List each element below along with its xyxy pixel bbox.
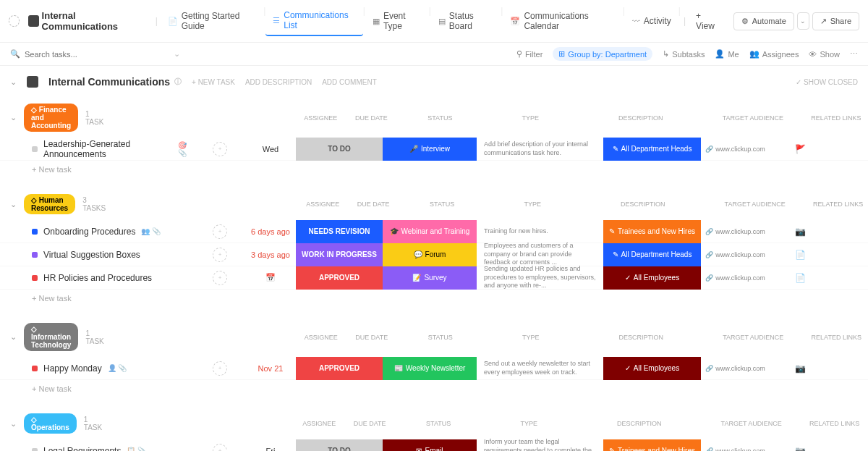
task-row[interactable]: HR Policies and Procedures+📅APPROVED📝Sur… — [0, 266, 868, 290]
task-name: Legal Requirements — [43, 446, 121, 452]
task-row[interactable]: Happy Monday👤 📎+Nov 21APPROVED📰Weekly Ne… — [0, 357, 868, 380]
new-task-inline[interactable]: + New task — [0, 161, 868, 178]
new-task-inline[interactable]: + New task — [0, 380, 868, 397]
related-link[interactable]: 🔗www.clickup.com — [701, 251, 770, 258]
group-header[interactable]: ⌄◇ Operations1 TASKASSIGNEEDUE DATESTATU… — [0, 408, 868, 439]
assignee-icon[interactable]: + — [213, 271, 227, 285]
task-name: Leadership-Generated Announcements — [43, 139, 172, 159]
tab-communications-list[interactable]: ☰Communications List — [265, 6, 363, 36]
due-date: 📅 — [245, 273, 296, 282]
description: Inform your team the legal requirements … — [477, 438, 603, 451]
page-icon — [28, 15, 39, 27]
assignee-icon[interactable]: + — [213, 361, 227, 376]
related-link[interactable]: 🔗www.clickup.com — [701, 274, 770, 282]
group-header[interactable]: ⌄◇ Human Resources3 TASKSASSIGNEEDUE DAT… — [0, 188, 868, 220]
show-closed-button[interactable]: ✓ SHOW CLOSED — [796, 78, 858, 86]
task-row[interactable]: Leadership-Generated Announcements🎯 📎+We… — [0, 138, 868, 161]
tab-event-type[interactable]: ▦Event Type — [365, 6, 429, 36]
assignee-icon[interactable]: + — [213, 224, 227, 239]
status-cell[interactable]: NEEDS REVISION — [296, 220, 383, 243]
audience-cell[interactable]: ✎Trainees and New Hires — [603, 439, 701, 452]
type-cell[interactable]: ✉Email — [383, 439, 477, 452]
due-date: Wed — [245, 145, 296, 153]
show-button[interactable]: 👁 Show — [809, 50, 840, 59]
groupby-button[interactable]: ⊞ Group by: Department — [553, 47, 652, 61]
type-cell[interactable]: 💬Forum — [383, 243, 477, 266]
tab-getting-started-guide[interactable]: 📄Getting Started Guide — [161, 6, 263, 36]
type-cell[interactable]: 🎤Interview — [383, 138, 477, 161]
automate-chevron[interactable]: ⌄ — [797, 12, 809, 30]
related-link[interactable]: 🔗www.clickup.com — [701, 447, 770, 452]
related-file[interactable]: 📷 — [770, 363, 831, 374]
tab-communications-calendar[interactable]: 📅Communications Calendar — [503, 6, 622, 36]
related-link[interactable]: 🔗www.clickup.com — [701, 365, 770, 372]
due-date: Fri — [245, 447, 296, 452]
due-date: 3 days ago — [245, 250, 296, 259]
collapse-icon[interactable]: ⌄ — [10, 77, 17, 87]
top-bar: Internal Communications | 📄Getting Start… — [0, 0, 868, 43]
description: Add brief description of your internal c… — [477, 140, 603, 157]
list-title: Internal Communications — [48, 76, 170, 88]
add-comment-button[interactable]: ADD COMMENT — [322, 78, 377, 86]
type-cell[interactable]: 📰Weekly Newsletter — [383, 357, 477, 380]
search[interactable]: 🔍⌄ — [10, 49, 506, 59]
list-icon — [27, 76, 38, 88]
automate-button[interactable]: ⚙Automate — [733, 12, 794, 30]
type-cell[interactable]: 📝Survey — [383, 266, 477, 290]
status-cell[interactable]: APPROVED — [296, 357, 383, 380]
search-input[interactable] — [25, 50, 111, 59]
related-file[interactable]: 📷 — [770, 446, 831, 452]
task-row[interactable]: Legal Requirements📋 📎+FriTO DO✉EmailInfo… — [0, 439, 868, 451]
tab-activity[interactable]: 〰Activity — [625, 6, 678, 36]
description: Training for new hires. — [477, 227, 603, 236]
task-row[interactable]: Virtual Suggestion Boxes+3 days agoWORK … — [0, 243, 868, 266]
audience-cell[interactable]: ✎All Department Heads — [603, 138, 701, 161]
status-cell[interactable]: TO DO — [296, 439, 383, 452]
task-name: Onboarding Procedures — [43, 227, 135, 237]
me-button[interactable]: 👤 Me — [715, 49, 739, 59]
related-link[interactable]: 🔗www.clickup.com — [701, 228, 770, 235]
task-name: HR Policies and Procedures — [43, 273, 152, 283]
description: Send out a weekly newsletter to start ev… — [477, 360, 603, 376]
task-row[interactable]: Onboarding Procedures👥 📎+6 days agoNEEDS… — [0, 220, 868, 243]
assignees-button[interactable]: 👥 Assignees — [749, 49, 799, 59]
audience-cell[interactable]: ✎All Department Heads — [603, 243, 701, 266]
subtasks-button[interactable]: ↳ Subtasks — [663, 49, 705, 59]
related-file[interactable]: 📷 — [770, 227, 831, 237]
related-file[interactable]: 📄 — [770, 273, 831, 283]
toolbar: 🔍⌄ ⚲ Filter ⊞ Group by: Department ↳ Sub… — [0, 43, 868, 66]
filter-button[interactable]: ⚲ Filter — [516, 49, 542, 59]
related-file[interactable]: 🚩 — [770, 144, 831, 154]
audience-cell[interactable]: ✓All Employees — [603, 357, 701, 380]
assignee-icon[interactable]: + — [213, 248, 227, 262]
audience-cell[interactable]: ✓All Employees — [603, 266, 701, 290]
group-header[interactable]: ⌄◇ Information Technology1 TASKASSIGNEED… — [0, 317, 868, 357]
related-link[interactable]: 🔗www.clickup.com — [701, 146, 770, 153]
share-button[interactable]: ↗Share — [812, 12, 859, 30]
tab-status-board[interactable]: ▤Status Board — [431, 6, 501, 36]
description: Sending updated HR policies and procedur… — [477, 265, 603, 290]
audience-cell[interactable]: ✎Trainees and New Hires — [603, 220, 701, 243]
description: Employees and customers of a company or … — [477, 242, 603, 267]
add-view[interactable]: + View — [689, 7, 728, 35]
related-file[interactable]: 📄 — [770, 250, 831, 260]
task-name: Happy Monday — [43, 363, 102, 374]
task-name: Virtual Suggestion Boxes — [43, 250, 140, 260]
group-header[interactable]: ⌄◇ Finance and Accounting1 TASKASSIGNEED… — [0, 98, 868, 138]
new-task-button[interactable]: + NEW TASK — [192, 78, 235, 86]
assignee-icon[interactable]: + — [213, 444, 227, 452]
status-cell[interactable]: WORK IN PROGRESS — [296, 243, 383, 266]
due-date: 6 days ago — [245, 227, 296, 236]
status-cell[interactable]: APPROVED — [296, 266, 383, 290]
type-cell[interactable]: 🎓Webinar and Training — [383, 220, 477, 243]
logo-icon — [9, 15, 20, 27]
page-title: Internal Communications — [42, 10, 147, 32]
new-task-inline[interactable]: + New task — [0, 290, 868, 307]
due-date: Nov 21 — [245, 364, 296, 373]
add-desc-button[interactable]: ADD DESCRIPTION — [245, 78, 312, 86]
status-cell[interactable]: TO DO — [296, 138, 383, 161]
assignee-icon[interactable]: + — [213, 142, 227, 156]
list-header: ⌄ Internal Communications ⓘ + NEW TASK A… — [0, 66, 868, 98]
more-button[interactable]: ⋯ — [850, 49, 858, 59]
